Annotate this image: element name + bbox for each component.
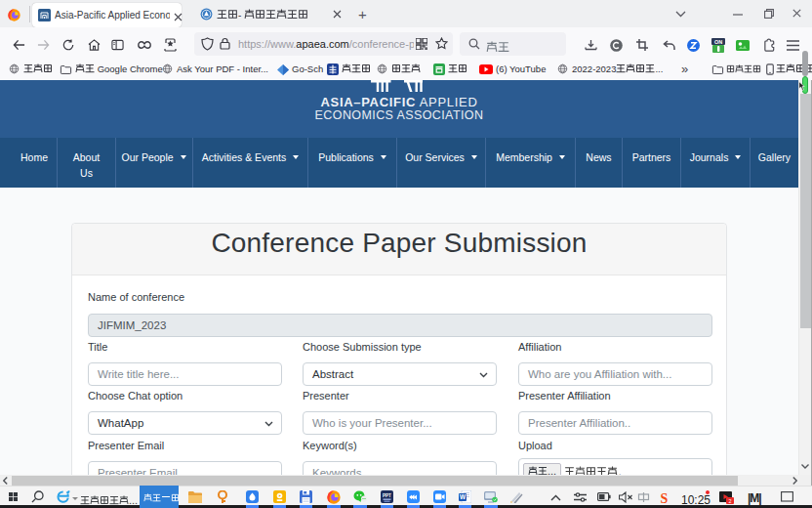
svg-text:PPT: PPT — [383, 493, 391, 498]
svg-text:S: S — [661, 491, 669, 504]
svg-text:2: 2 — [728, 498, 731, 504]
svg-text:ON: ON — [714, 39, 722, 45]
svg-text:W: W — [460, 493, 467, 500]
